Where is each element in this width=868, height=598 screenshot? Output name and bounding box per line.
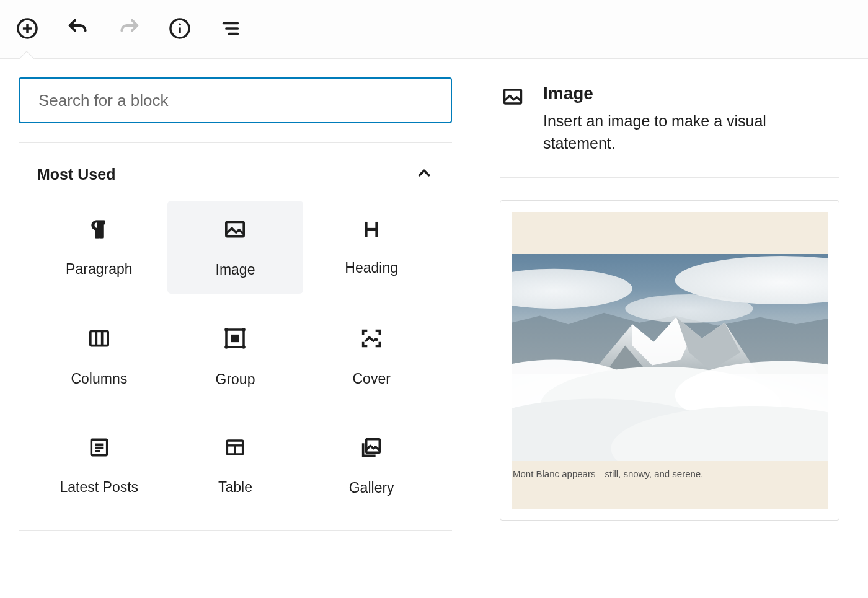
redo-icon xyxy=(117,16,141,43)
heading-icon xyxy=(361,219,382,242)
block-card-gallery[interactable]: Gallery xyxy=(303,419,440,512)
info-button[interactable] xyxy=(166,15,193,43)
block-card-group[interactable]: Group xyxy=(167,310,304,403)
preview-image-placeholder xyxy=(512,254,828,461)
svg-rect-30 xyxy=(505,90,521,103)
svg-rect-9 xyxy=(226,222,244,236)
block-card-paragraph[interactable]: Paragraph xyxy=(31,201,167,294)
preview-header: Image Insert an image to make a visual s… xyxy=(500,84,839,178)
block-label: Gallery xyxy=(349,480,394,496)
svg-point-18 xyxy=(225,328,229,332)
block-label: Image xyxy=(216,262,255,278)
undo-button[interactable] xyxy=(64,15,92,43)
block-card-heading[interactable]: Heading xyxy=(303,201,440,294)
plus-circle-icon xyxy=(16,17,39,42)
block-label: Group xyxy=(216,371,255,388)
table-icon xyxy=(223,436,247,462)
add-block-button[interactable] xyxy=(14,15,41,43)
block-card-columns[interactable]: Columns xyxy=(31,310,167,403)
block-label: Heading xyxy=(345,260,398,276)
section-title: Most Used xyxy=(37,165,115,183)
section-toggle-most-used[interactable]: Most Used xyxy=(19,143,452,201)
svg-point-34 xyxy=(625,294,753,323)
svg-point-19 xyxy=(242,328,246,332)
preview-caption: Mont Blanc appears—still, snowy, and ser… xyxy=(512,461,828,479)
undo-icon xyxy=(66,16,91,43)
paragraph-icon xyxy=(87,218,111,244)
svg-point-21 xyxy=(242,345,246,349)
cover-icon xyxy=(359,326,384,353)
group-icon xyxy=(222,325,248,354)
search-input[interactable] xyxy=(19,77,452,123)
editor-toolbar xyxy=(0,0,868,59)
chevron-up-icon xyxy=(415,164,433,185)
svg-point-5 xyxy=(179,23,180,25)
columns-icon xyxy=(87,326,112,353)
svg-rect-13 xyxy=(91,331,108,345)
preview-canvas: Mont Blanc appears—still, snowy, and ser… xyxy=(512,212,828,509)
block-card-latest-posts[interactable]: Latest Posts xyxy=(31,419,167,512)
redo-button[interactable] xyxy=(115,15,143,43)
block-label: Paragraph xyxy=(66,261,132,278)
block-card-cover[interactable]: Cover xyxy=(303,310,440,403)
outline-list-icon xyxy=(220,18,241,41)
preview-frame: Mont Blanc appears—still, snowy, and ser… xyxy=(500,200,839,521)
latest-posts-icon xyxy=(87,436,111,462)
block-label: Table xyxy=(218,479,252,496)
image-icon xyxy=(223,217,247,244)
block-preview-panel: Image Insert an image to make a visual s… xyxy=(471,59,868,598)
search-container xyxy=(19,77,452,143)
preview-title: Image xyxy=(543,84,839,103)
preview-description: Insert an image to make a visual stateme… xyxy=(543,110,839,155)
block-inserter-popover: Most Used Paragraph xyxy=(0,59,868,598)
blocks-grid: Paragraph Image Heading xyxy=(19,201,452,531)
block-label: Columns xyxy=(71,371,127,387)
block-picker-panel: Most Used Paragraph xyxy=(0,59,471,598)
block-card-image[interactable]: Image xyxy=(167,201,304,294)
block-card-table[interactable]: Table xyxy=(167,419,304,512)
block-label: Latest Posts xyxy=(60,479,139,496)
svg-rect-29 xyxy=(366,439,380,452)
gallery-icon xyxy=(359,435,384,462)
svg-rect-17 xyxy=(231,334,239,341)
block-label: Cover xyxy=(352,371,390,387)
svg-point-20 xyxy=(225,345,229,349)
outline-button[interactable] xyxy=(217,15,244,43)
info-icon xyxy=(168,17,192,42)
image-icon xyxy=(500,84,526,110)
